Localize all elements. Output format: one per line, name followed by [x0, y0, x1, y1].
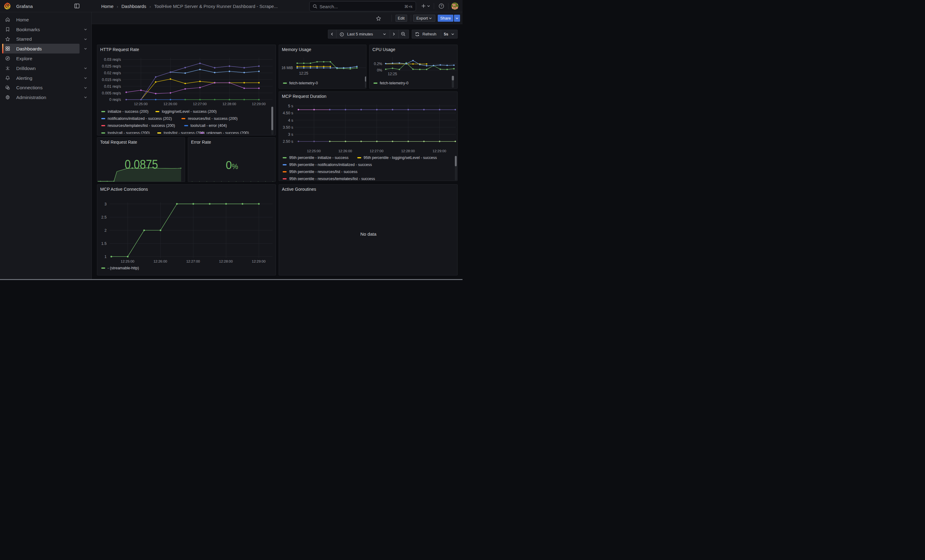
svg-text:?: ?: [440, 5, 442, 8]
